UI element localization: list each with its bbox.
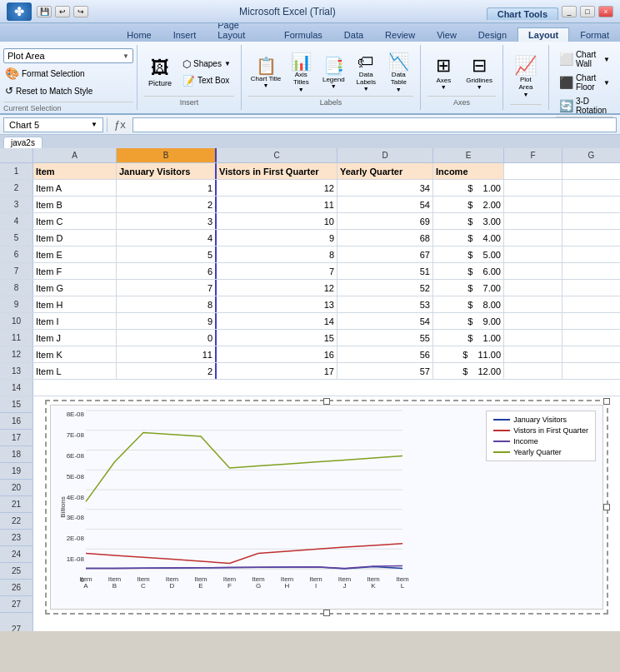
cell-a[interactable]: Item I <box>33 313 117 329</box>
plot-area-dropdown[interactable]: Plot Area ▼ <box>3 48 133 63</box>
redo-button[interactable]: ↪ <box>73 6 88 17</box>
cell-b[interactable]: 5 <box>117 246 217 262</box>
cell-a[interactable]: Item K <box>33 346 117 362</box>
cell-e[interactable]: $ 1.00 <box>433 180 504 196</box>
maximize-button[interactable]: □ <box>580 6 595 17</box>
tab-insert[interactable]: Insert <box>162 27 208 42</box>
shapes-button[interactable]: ⬡ Shapes ▼ <box>179 57 234 72</box>
cell-c[interactable]: 7 <box>217 263 338 279</box>
undo-button[interactable]: ↩ <box>55 6 70 17</box>
col-header-a[interactable]: A <box>33 148 117 162</box>
cell-b[interactable]: 4 <box>117 230 217 246</box>
cell-b[interactable]: 6 <box>117 263 217 279</box>
cell-c[interactable]: 12 <box>217 280 338 296</box>
cell-d[interactable]: 51 <box>338 263 433 279</box>
picture-button[interactable]: 🖼 Picture <box>144 55 176 90</box>
cell-a[interactable]: Item D <box>33 230 117 246</box>
cell-b[interactable]: 7 <box>117 280 217 296</box>
cell-e[interactable]: $ 3.00 <box>433 213 504 229</box>
name-box[interactable]: Chart 5 ▼ <box>3 117 103 132</box>
cell-e[interactable]: $ 6.00 <box>433 263 504 279</box>
cell-e[interactable]: $ 7.00 <box>433 280 504 296</box>
cell-e1[interactable]: Income <box>433 163 504 179</box>
cell-d[interactable]: 69 <box>338 213 433 229</box>
save-button[interactable]: 💾 <box>37 6 52 17</box>
cell-c1[interactable]: Vistors in First Quarter <box>217 163 338 179</box>
cell-b[interactable]: 9 <box>117 313 217 329</box>
cell-a[interactable]: Item J <box>33 330 117 346</box>
cell-b1[interactable]: January Visitors <box>117 163 217 179</box>
cell-a1[interactable]: Item <box>33 163 117 179</box>
text-box-button[interactable]: 📝 Text Box <box>179 73 234 88</box>
cell-c[interactable]: 8 <box>217 246 338 262</box>
cell-d[interactable]: 67 <box>338 246 433 262</box>
cell-d[interactable]: 56 <box>338 346 433 362</box>
cell-e[interactable]: $ 11.00 <box>433 346 504 362</box>
cell-c[interactable]: 9 <box>217 230 338 246</box>
cell-a[interactable]: Item L <box>33 363 117 379</box>
cell-a[interactable]: Item C <box>33 213 117 229</box>
cell-b[interactable]: 1 <box>117 180 217 196</box>
gridlines-button[interactable]: ⊟ Gridlines ▼ <box>462 53 496 92</box>
cell-b[interactable]: 8 <box>117 296 217 312</box>
formula-input[interactable] <box>132 117 617 132</box>
cell-c[interactable]: 13 <box>217 296 338 312</box>
chart-floor-button[interactable]: ⬛ Chart Floor ▼ <box>556 72 613 93</box>
function-wizard-icon[interactable]: ƒx <box>111 118 129 131</box>
cell-c[interactable]: 11 <box>217 197 338 212</box>
chart-wall-button[interactable]: ⬜ Chart Wall ▼ <box>556 48 613 70</box>
tab-home[interactable]: Home <box>116 27 162 42</box>
tab-design[interactable]: Design <box>468 27 518 42</box>
plot-area-button[interactable]: 📈 PlotArea ▼ <box>510 53 542 99</box>
format-selection-button[interactable]: 🎨 Format Selection <box>3 65 133 82</box>
cell-e[interactable]: $ 8.00 <box>433 296 504 312</box>
close-button[interactable]: × <box>598 6 613 17</box>
axes-button[interactable]: ⊞ Axes ▼ <box>428 53 459 92</box>
tab-review[interactable]: Review <box>374 27 426 42</box>
cell-b[interactable]: 11 <box>117 346 217 362</box>
cell-b[interactable]: 2 <box>117 363 217 379</box>
data-labels-button[interactable]: 🏷 DataLabels ▼ <box>351 51 381 94</box>
col-header-d[interactable]: D <box>338 148 433 162</box>
sheet-tab[interactable]: java2s <box>3 137 42 148</box>
reset-style-button[interactable]: ↺ Reset to Match Style <box>3 83 133 98</box>
cell-b[interactable]: 2 <box>117 197 217 212</box>
cell-a[interactable]: Item H <box>33 296 117 312</box>
cell-d[interactable]: 57 <box>338 363 433 379</box>
cell-d[interactable]: 34 <box>338 180 433 196</box>
cell-e[interactable]: $ 2.00 <box>433 197 504 212</box>
col-header-e[interactable]: E <box>433 148 504 162</box>
cell-e[interactable]: $ 12.00 <box>433 363 504 379</box>
col-header-f[interactable]: F <box>504 148 562 162</box>
cell-d[interactable]: 68 <box>338 230 433 246</box>
cell-a[interactable]: Item A <box>33 180 117 196</box>
cell-c[interactable]: 12 <box>217 180 338 196</box>
cell-d1[interactable]: Yearly Quarter <box>338 163 433 179</box>
cell-a[interactable]: Item F <box>33 263 117 279</box>
cell-d[interactable]: 54 <box>338 197 433 212</box>
cell-c[interactable]: 16 <box>217 346 338 362</box>
tab-view[interactable]: View <box>426 27 468 42</box>
tab-data[interactable]: Data <box>333 27 374 42</box>
cell-e[interactable]: $ 4.00 <box>433 230 504 246</box>
chart-title-button[interactable]: 📋 Chart Title ▼ <box>248 54 283 91</box>
data-table-button[interactable]: 📉 DataTable ▼ <box>383 50 413 94</box>
tab-format[interactable]: Format <box>569 27 620 42</box>
cell-e[interactable]: $ 1.00 <box>433 330 504 346</box>
cell-d[interactable]: 55 <box>338 330 433 346</box>
cell-a[interactable]: Item G <box>33 280 117 296</box>
cell-c[interactable]: 15 <box>217 330 338 346</box>
tab-layout[interactable]: Layout <box>518 27 569 42</box>
cell-c[interactable]: 14 <box>217 313 338 329</box>
tab-formulas[interactable]: Formulas <box>273 27 333 42</box>
resize-handle-top[interactable] <box>323 398 330 405</box>
col-header-b[interactable]: B <box>117 148 217 162</box>
legend-button[interactable]: 📑 Legend ▼ <box>318 54 348 91</box>
col-header-g[interactable]: G <box>562 148 620 162</box>
col-header-c[interactable]: C <box>217 148 338 162</box>
3d-rotation-button[interactable]: 🔄 3-D Rotation <box>556 95 613 117</box>
cell-c[interactable]: 17 <box>217 363 338 379</box>
cell-d[interactable]: 52 <box>338 280 433 296</box>
cell-d[interactable]: 53 <box>338 296 433 312</box>
resize-handle-tr[interactable] <box>603 398 610 405</box>
